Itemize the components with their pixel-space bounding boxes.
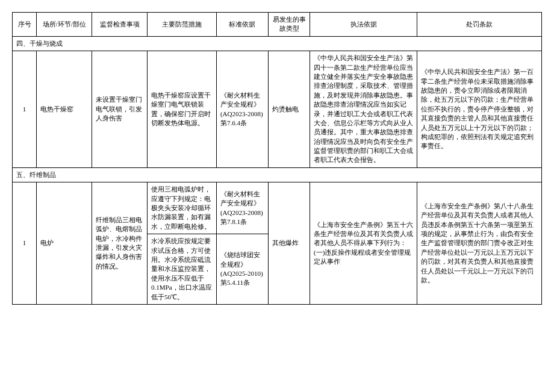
section5-title: 五、纤维制品 [13, 167, 542, 182]
section4-title: 四、干燥与烧成 [13, 36, 542, 51]
header-standard: 标准依据 [216, 13, 268, 37]
s4r1-place: 电热干燥窑 [37, 51, 92, 168]
s5r1-standard-b: 《烧结球团安全规程》(AQ2025-2010)第5.4.11条 [216, 234, 268, 305]
header-measure: 主要防范措施 [148, 13, 217, 37]
s5r1-seq: 1 [13, 182, 37, 305]
s5r1-inspect: 纤维制品三相电弧炉、电熔制品电炉，水冷构件泄漏，引发火灾爆炸和人身伤害的情况。 [92, 182, 148, 305]
header-enforce: 执法依据 [310, 13, 417, 37]
section5-header-row: 五、纤维制品 [13, 167, 542, 182]
s5r1-penalty: 《上海市安全生产条例》第八十八条生产经营单位及其有关负责人或者其他人员违反本条例… [417, 182, 542, 305]
s4r1-measure: 电热干燥窑应设置干燥室门电气联锁装置，确保窑门开启时切断发热体电源。 [148, 51, 217, 168]
s5r1-measure-b: 水冷系统应按规定要求试压合格，方可使用。水冷系统应砥流量和水压监控装置，使用水压… [148, 234, 217, 305]
s4r1-standard: 《耐火材料生产安全规程》(AQ2023-2008)第7.6.4条 [216, 51, 268, 168]
s5r1-enforce: 《上海市安全生产条例》第五十六条生产经营单位及其有关负责人或者其他人员不得从事下… [310, 182, 417, 305]
header-seq: 序号 [13, 13, 37, 37]
header-place: 场所/环节/部位 [37, 13, 92, 37]
s5r1-standard-a: 《耐火材料生产安全规程》(AQ2023-2008)第7.8.1条 [216, 182, 268, 234]
s5r1-accident: 其他爆炸 [269, 182, 310, 305]
header-accident: 易发生的事故类型 [269, 13, 310, 37]
s5r1-place: 电炉 [37, 182, 92, 305]
header-row: 序号 场所/环节/部位 监督检查事项 主要防范措施 标准依据 易发生的事故类型 … [13, 13, 542, 37]
s4r1-penalty: 《中华人民共和国安全生产法》第一百零二条生产经营单位未采取措施消除事故隐患的，责… [417, 51, 542, 168]
s4r1-seq: 1 [13, 51, 37, 168]
section4-header-row: 四、干燥与烧成 [13, 36, 542, 51]
s4r1-inspect: 未设置干燥室门电气联锁，引发人身伤害 [92, 51, 148, 168]
s5r1-measure-a: 使用三相电弧炉时，应遵守下列规定：电极夹头安装冷却循环水防漏装置，如有漏水，立即… [148, 182, 217, 234]
regulation-table: 序号 场所/环节/部位 监督检查事项 主要防范措施 标准依据 易发生的事故类型 … [12, 12, 542, 305]
section5-row-1a: 1 电炉 纤维制品三相电弧炉、电熔制品电炉，水冷构件泄漏，引发火灾爆炸和人身伤害… [13, 182, 542, 234]
s4r1-accident: 灼烫触电 [269, 51, 310, 168]
header-penalty: 处罚条款 [417, 13, 542, 37]
s4r1-enforce: 《中华人民共和国安全生产法》第四十一条第二款生产经营单位应当建立健全并落实生产安… [310, 51, 417, 168]
section4-row-1: 1 电热干燥窑 未设置干燥室门电气联锁，引发人身伤害 电热干燥窑应设置干燥室门电… [13, 51, 542, 168]
header-inspect: 监督检查事项 [92, 13, 148, 37]
